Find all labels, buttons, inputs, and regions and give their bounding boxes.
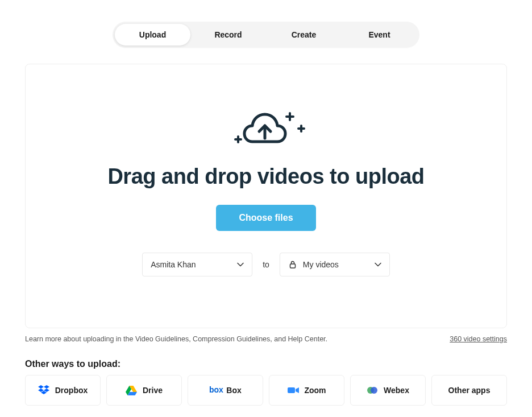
destination-row: Asmita Khan to My videos	[142, 253, 390, 276]
svg-rect-7	[290, 264, 295, 268]
app-label: Zoom	[304, 386, 326, 395]
zoom-icon	[287, 385, 298, 396]
svg-marker-9	[44, 385, 49, 389]
to-label: to	[263, 260, 269, 269]
app-label: Box	[226, 386, 241, 395]
app-webex[interactable]: Webex	[350, 375, 426, 406]
drive-icon	[126, 385, 137, 396]
other-ways-title: Other ways to upload:	[25, 359, 507, 369]
app-box[interactable]: box Box	[188, 375, 263, 406]
cloud-upload-icon	[221, 110, 311, 153]
app-label: Dropbox	[55, 386, 88, 395]
upload-card: Drag and drop videos to upload Choose fi…	[25, 64, 507, 328]
app-dropbox[interactable]: Dropbox	[25, 375, 101, 406]
app-other[interactable]: Other apps	[431, 375, 507, 406]
svg-marker-8	[38, 385, 44, 389]
apps-row: Dropbox Drive box Box Zoom Webex Other a…	[25, 375, 507, 406]
lock-icon	[288, 260, 297, 269]
choose-files-button[interactable]: Choose files	[216, 205, 315, 231]
app-zoom[interactable]: Zoom	[269, 375, 344, 406]
svg-point-20	[371, 387, 377, 394]
destination-select[interactable]: My videos	[280, 253, 390, 276]
destination-select-value: My videos	[303, 260, 369, 269]
tab-create[interactable]: Create	[266, 24, 342, 46]
tab-event[interactable]: Event	[342, 24, 417, 46]
tab-upload[interactable]: Upload	[115, 24, 190, 46]
app-label: Webex	[384, 386, 409, 395]
owner-select-value: Asmita Khan	[151, 260, 231, 269]
owner-select[interactable]: Asmita Khan	[142, 253, 252, 276]
svg-marker-18	[296, 387, 299, 393]
app-label: Other apps	[448, 386, 491, 395]
svg-rect-17	[288, 387, 295, 393]
footer-row: Learn more about uploading in the Video …	[25, 335, 507, 343]
tab-bar: Upload Record Create Event	[0, 22, 532, 48]
chevron-down-icon	[237, 261, 244, 269]
upload-heading: Drag and drop videos to upload	[107, 164, 424, 189]
dropbox-icon	[38, 385, 49, 396]
tab-record[interactable]: Record	[190, 24, 266, 46]
svg-text:box: box	[209, 385, 223, 394]
tab-pill: Upload Record Create Event	[113, 22, 419, 48]
learn-more-text: Learn more about uploading in the Video …	[25, 335, 327, 343]
video-settings-link[interactable]: 360 video settings	[450, 335, 507, 343]
app-label: Drive	[143, 386, 163, 395]
webex-icon	[367, 385, 378, 396]
box-icon: box	[209, 385, 221, 396]
chevron-down-icon	[375, 261, 381, 269]
app-drive[interactable]: Drive	[106, 375, 182, 406]
